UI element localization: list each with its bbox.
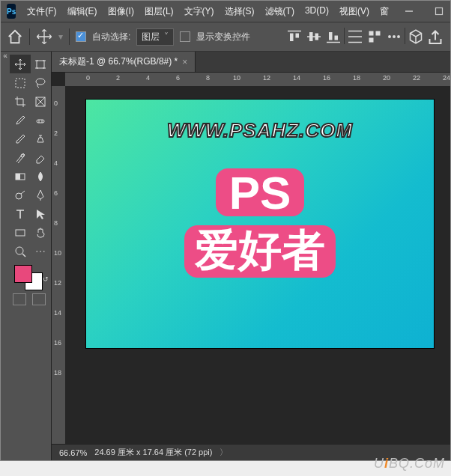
- align-top-button[interactable]: [285, 28, 303, 46]
- svg-rect-40: [16, 230, 25, 236]
- svg-rect-1: [435, 8, 442, 15]
- screen-mode-button[interactable]: [32, 293, 46, 305]
- dodge-tool[interactable]: [10, 186, 31, 204]
- auto-select-checkbox[interactable]: [76, 31, 86, 42]
- svg-point-19: [388, 35, 391, 38]
- frame-tool[interactable]: [31, 92, 52, 111]
- ruler-vertical[interactable]: 0 2 4 6 8 10 12 14 16 18: [52, 86, 65, 444]
- canvas-ps-text: PS: [216, 168, 305, 216]
- crop-tool[interactable]: [10, 92, 31, 111]
- blur-tool[interactable]: [31, 167, 52, 186]
- show-transform-checkbox[interactable]: [180, 31, 190, 42]
- window-maximize-button[interactable]: [424, 1, 451, 22]
- more-options-icon[interactable]: [385, 28, 403, 46]
- show-transform-label: 显示变换控件: [196, 31, 250, 43]
- svg-rect-17: [376, 31, 381, 36]
- move-tool[interactable]: [10, 55, 31, 73]
- svg-rect-18: [369, 38, 374, 43]
- path-selection-tool[interactable]: [31, 204, 52, 223]
- svg-rect-32: [37, 120, 44, 123]
- svg-line-39: [21, 191, 25, 194]
- gradient-tool[interactable]: [10, 167, 31, 186]
- canvas-url-text: WWW.PSAHZ.COM: [86, 119, 434, 142]
- svg-point-28: [36, 79, 45, 85]
- swap-colors-icon[interactable]: ↺: [43, 275, 49, 283]
- hand-tool[interactable]: [31, 223, 52, 242]
- svg-point-41: [16, 247, 23, 254]
- svg-point-20: [393, 35, 396, 38]
- svg-point-21: [397, 35, 400, 38]
- lasso-tool[interactable]: [31, 73, 52, 92]
- menu-type[interactable]: 文字(Y): [179, 1, 220, 22]
- distribute-button[interactable]: [346, 28, 364, 46]
- clone-stamp-tool[interactable]: [31, 129, 52, 148]
- svg-rect-27: [16, 79, 25, 88]
- healing-brush-tool[interactable]: [31, 111, 52, 129]
- align-vcenter-button[interactable]: [305, 28, 323, 46]
- options-bar: ▾ 自动选择: 图层˅ 显示变换控件: [1, 22, 450, 52]
- menu-filter[interactable]: 滤镜(T): [260, 1, 300, 22]
- type-tool[interactable]: [10, 204, 31, 223]
- document-tab[interactable]: 未标题-1 @ 66.7%(RGB/8#) * ×: [52, 52, 196, 72]
- menu-image[interactable]: 图像(I): [103, 1, 139, 22]
- canvas-cn-text: 爱好者: [184, 225, 336, 278]
- svg-rect-12: [335, 36, 339, 40]
- history-brush-tool[interactable]: [10, 148, 31, 167]
- menu-view[interactable]: 视图(V): [334, 1, 375, 22]
- ruler-horizontal[interactable]: 0 2 4 6 8 10 12 14 16 18 20 22 24: [65, 73, 450, 86]
- auto-select-label: 自动选择:: [92, 31, 130, 43]
- pen-tool[interactable]: [31, 186, 52, 204]
- menu-3d[interactable]: 3D(D): [300, 1, 334, 22]
- svg-line-42: [22, 254, 25, 257]
- eraser-tool[interactable]: [31, 148, 52, 167]
- menu-file[interactable]: 文件(F): [22, 1, 61, 22]
- document-canvas[interactable]: WWW.PSAHZ.COM PS 爱好者: [86, 100, 434, 348]
- menu-window[interactable]: 窗: [375, 1, 394, 22]
- canvas-area[interactable]: WWW.PSAHZ.COM PS 爱好者: [65, 86, 450, 444]
- svg-rect-8: [309, 32, 313, 41]
- quick-mask-button[interactable]: [13, 293, 26, 305]
- artboard-tool[interactable]: [31, 55, 52, 73]
- 3d-mode-button[interactable]: [407, 28, 425, 46]
- svg-rect-5: [290, 34, 294, 42]
- close-tab-icon[interactable]: ×: [182, 57, 187, 67]
- brush-tool[interactable]: [10, 129, 31, 148]
- menu-select[interactable]: 选择(S): [220, 1, 260, 22]
- svg-rect-11: [329, 32, 333, 40]
- tool-palette: ⋯ ↺: [10, 52, 52, 460]
- status-flyout-icon[interactable]: 〉: [220, 447, 228, 458]
- zoom-tool[interactable]: [10, 242, 31, 260]
- align-more-button[interactable]: [366, 28, 384, 46]
- auto-select-target-dropdown[interactable]: 图层˅: [136, 28, 174, 46]
- menu-edit[interactable]: 编辑(E): [62, 1, 103, 22]
- document-tab-title: 未标题-1 @ 66.7%(RGB/8#) *: [59, 55, 178, 68]
- app-logo: Ps: [7, 4, 16, 19]
- menu-layer[interactable]: 图层(L): [139, 1, 179, 22]
- svg-rect-37: [16, 174, 20, 180]
- svg-rect-22: [37, 61, 44, 68]
- foreground-color-swatch[interactable]: [14, 265, 32, 283]
- marquee-tool[interactable]: [10, 73, 31, 92]
- watermark: UiBQ.CoM: [374, 456, 445, 472]
- window-minimize-button[interactable]: [394, 1, 424, 22]
- svg-rect-6: [296, 34, 300, 38]
- home-button[interactable]: [7, 28, 23, 45]
- align-bottom-button[interactable]: [324, 28, 342, 46]
- zoom-level[interactable]: 66.67%: [59, 448, 87, 457]
- eyedropper-tool[interactable]: [10, 111, 31, 129]
- move-tool-icon[interactable]: [36, 28, 52, 45]
- svg-rect-16: [369, 31, 374, 36]
- share-button[interactable]: [426, 28, 444, 46]
- edit-toolbar-button[interactable]: ⋯: [31, 242, 52, 260]
- panel-collapse-icon[interactable]: «: [1, 52, 10, 60]
- document-dimensions[interactable]: 24.69 厘米 x 17.64 厘米 (72 ppi): [94, 447, 212, 458]
- svg-point-38: [16, 193, 22, 199]
- menu-bar: 文件(F) 编辑(E) 图像(I) 图层(L) 文字(Y) 选择(S) 滤镜(T…: [22, 1, 394, 22]
- svg-rect-9: [315, 34, 319, 40]
- rectangle-tool[interactable]: [10, 223, 31, 242]
